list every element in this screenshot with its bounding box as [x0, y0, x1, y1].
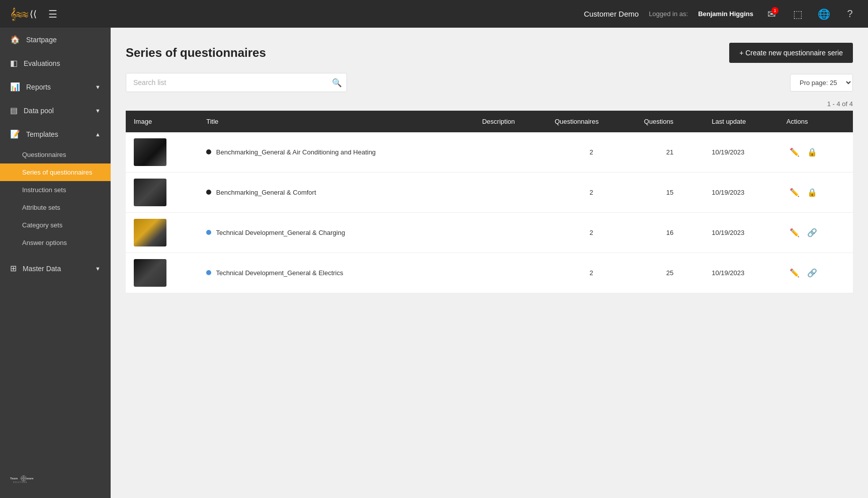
- header-right: Customer Demo Logged in as: Benjamin Hig…: [584, 6, 858, 22]
- edit-button[interactable]: ✏️: [787, 226, 803, 239]
- cell-title: Technical Development_General & Charging: [198, 213, 474, 253]
- instruction-sets-label: Instruction sets: [22, 186, 66, 194]
- page-title: Series of questionnaires: [126, 46, 266, 60]
- table-row: Technical Development_General & Electric…: [126, 253, 853, 293]
- cell-questions: 25: [636, 253, 704, 293]
- sidebar-item-startpage[interactable]: 🏠 Startpage: [0, 28, 111, 51]
- table-body: Benchmarking_General & Air Conditioning …: [126, 132, 853, 293]
- header-left: 𝄞≋≋ ⟨⟨ ☰: [10, 6, 61, 22]
- cell-title: Benchmarking_General & Air Conditioning …: [198, 132, 474, 173]
- cell-last-update: 10/19/2023: [704, 173, 778, 213]
- cell-description: [474, 173, 547, 213]
- sidebar-item-datapool[interactable]: ▤ Data pool ▼: [0, 99, 111, 122]
- table-row: Benchmarking_General & Comfort 2 15 10/1…: [126, 173, 853, 213]
- edit-button[interactable]: ✏️: [787, 145, 803, 159]
- teamware-logo: Team ware SOLUTIONS: [10, 472, 36, 488]
- logged-in-label: Logged in as:: [649, 10, 688, 18]
- search-wrapper: 🔍: [126, 73, 347, 92]
- svg-text:Team: Team: [10, 477, 18, 480]
- status-dot: [206, 230, 211, 235]
- cell-actions: ✏️ 🔒: [778, 173, 853, 213]
- cell-last-update: 10/19/2023: [704, 132, 778, 173]
- lock-button[interactable]: 🔒: [804, 186, 820, 199]
- cell-description: [474, 213, 547, 253]
- svg-text:ware: ware: [26, 477, 34, 480]
- cell-questionnaires: 2: [547, 253, 636, 293]
- search-button[interactable]: 🔍: [332, 78, 342, 88]
- col-questions: Questions: [636, 111, 704, 132]
- svg-text:SOLUTIONS: SOLUTIONS: [13, 481, 27, 483]
- sidebar-item-instruction-sets[interactable]: Instruction sets: [0, 181, 111, 199]
- cell-questionnaires: 2: [547, 173, 636, 213]
- help-button[interactable]: ?: [842, 6, 858, 22]
- status-dot: [206, 190, 211, 195]
- master-data-chevron-icon: ▼: [95, 266, 101, 272]
- sidebar-item-series-of-questionnaires[interactable]: Series of questionnaires: [0, 163, 111, 181]
- table-row: Benchmarking_General & Air Conditioning …: [126, 132, 853, 173]
- mail-badge: 1: [771, 7, 778, 14]
- content-header: Series of questionnaires + Create new qu…: [126, 43, 853, 63]
- sidebar-master-data-label: Master Data: [23, 265, 61, 273]
- content-area: Series of questionnaires + Create new qu…: [111, 28, 868, 498]
- sidebar-startpage-label: Startpage: [26, 36, 57, 44]
- col-actions: Actions: [778, 111, 853, 132]
- series-label: Series of questionnaires: [22, 169, 92, 176]
- cell-image: [126, 213, 198, 253]
- mail-button[interactable]: ✉ 1: [763, 6, 779, 22]
- cell-questions: 16: [636, 213, 704, 253]
- reports-chevron-icon: ▼: [95, 84, 101, 90]
- sidebar-templates-label: Templates: [26, 130, 58, 138]
- cell-questionnaires: 2: [547, 132, 636, 173]
- link-button[interactable]: 🔗: [804, 226, 820, 239]
- row-title: Technical Development_General & Electric…: [216, 269, 343, 277]
- cell-questions: 15: [636, 173, 704, 213]
- main-layout: 🏠 Startpage ◧ Evaluations 📊 Reports ▼ ▤ …: [0, 28, 868, 498]
- col-description: Description: [474, 111, 547, 132]
- top-header: 𝄞≋≋ ⟨⟨ ☰ Customer Demo Logged in as: Ben…: [0, 0, 868, 28]
- table-row: Technical Development_General & Charging…: [126, 213, 853, 253]
- search-bar-row: 🔍 Pro page: 25: [126, 73, 853, 92]
- logout-button[interactable]: ⬚: [790, 6, 806, 22]
- collapse-sidebar-button[interactable]: ☰: [45, 6, 61, 22]
- sidebar-item-category-sets[interactable]: Category sets: [0, 216, 111, 234]
- attribute-sets-label: Attribute sets: [22, 204, 60, 211]
- edit-button[interactable]: ✏️: [787, 266, 803, 280]
- sidebar-item-templates[interactable]: 📝 Templates ▲: [0, 122, 111, 146]
- cell-questionnaires: 2: [547, 213, 636, 253]
- search-input[interactable]: [126, 73, 347, 92]
- row-title: Benchmarking_General & Comfort: [216, 189, 316, 196]
- logo-waves: 𝄞≋≋: [10, 8, 28, 21]
- cell-actions: ✏️ 🔗: [778, 253, 853, 293]
- footer-logo: Team ware SOLUTIONS: [10, 472, 36, 488]
- datapool-icon: ▤: [10, 106, 18, 115]
- sidebar-item-evaluations[interactable]: ◧ Evaluations: [0, 51, 111, 75]
- status-dot: [206, 270, 211, 275]
- lock-button[interactable]: 🔒: [804, 145, 820, 159]
- cell-last-update: 10/19/2023: [704, 213, 778, 253]
- templates-chevron-icon: ▲: [95, 131, 101, 137]
- sidebar-item-answer-options[interactable]: Answer options: [0, 234, 111, 252]
- per-page-select[interactable]: Pro page: 25: [790, 74, 853, 92]
- master-data-icon: ⊞: [10, 264, 17, 273]
- edit-button[interactable]: ✏️: [787, 186, 803, 199]
- customer-name: Customer Demo: [584, 10, 639, 18]
- reports-icon: 📊: [10, 82, 20, 92]
- data-table: Image Title Description Questionnaires Q…: [126, 111, 853, 293]
- create-questionnaire-serie-button[interactable]: + Create new questionnaire serie: [729, 43, 853, 63]
- link-button[interactable]: 🔗: [804, 266, 820, 280]
- language-button[interactable]: 🌐: [816, 6, 832, 22]
- sidebar-item-master-data[interactable]: ⊞ Master Data ▼: [0, 257, 111, 280]
- col-questionnaires: Questionnaires: [547, 111, 636, 132]
- sidebar-footer: Team ware SOLUTIONS: [0, 462, 111, 498]
- cell-actions: ✏️ 🔗: [778, 213, 853, 253]
- sidebar-datapool-label: Data pool: [24, 107, 54, 115]
- sidebar-item-reports[interactable]: 📊 Reports ▼: [0, 75, 111, 99]
- evaluations-icon: ◧: [10, 58, 18, 68]
- sidebar-item-questionnaires[interactable]: Questionnaires: [0, 146, 111, 163]
- logo-chevrons: ⟨⟨: [30, 9, 37, 20]
- cell-questions: 21: [636, 132, 704, 173]
- sidebar-item-attribute-sets[interactable]: Attribute sets: [0, 199, 111, 216]
- row-title: Benchmarking_General & Air Conditioning …: [216, 148, 376, 156]
- home-icon: 🏠: [10, 35, 20, 44]
- cell-title: Technical Development_General & Electric…: [198, 253, 474, 293]
